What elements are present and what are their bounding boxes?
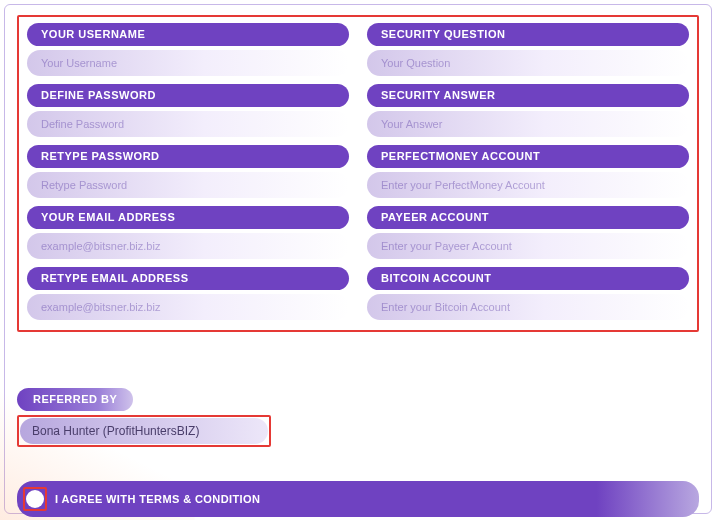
agree-label: I AGREE WITH TERMS & CONDITION xyxy=(55,493,260,505)
input-username[interactable] xyxy=(27,50,349,76)
left-column: YOUR USERNAME DEFINE PASSWORD RETYPE PAS… xyxy=(27,23,349,320)
field-retype-email: RETYPE EMAIL ADDRESS xyxy=(27,267,349,320)
input-perfectmoney[interactable] xyxy=(367,172,689,198)
label-retype-email: RETYPE EMAIL ADDRESS xyxy=(27,267,349,290)
label-security-question: SECURITY QUESTION xyxy=(367,23,689,46)
input-security-question[interactable] xyxy=(367,50,689,76)
input-retype-email[interactable] xyxy=(27,294,349,320)
input-email[interactable] xyxy=(27,233,349,259)
input-payeer[interactable] xyxy=(367,233,689,259)
fields-highlight-box: YOUR USERNAME DEFINE PASSWORD RETYPE PAS… xyxy=(17,15,699,332)
field-bitcoin: BITCOIN ACCOUNT xyxy=(367,267,689,320)
field-email: YOUR EMAIL ADDRESS xyxy=(27,206,349,259)
input-security-answer[interactable] xyxy=(367,111,689,137)
agree-highlight-box xyxy=(23,487,47,511)
agree-bar: I AGREE WITH TERMS & CONDITION xyxy=(17,481,699,517)
field-security-answer: SECURITY ANSWER xyxy=(367,84,689,137)
label-security-answer: SECURITY ANSWER xyxy=(367,84,689,107)
agree-radio[interactable] xyxy=(26,490,44,508)
input-bitcoin[interactable] xyxy=(367,294,689,320)
field-define-password: DEFINE PASSWORD xyxy=(27,84,349,137)
input-retype-password[interactable] xyxy=(27,172,349,198)
label-define-password: DEFINE PASSWORD xyxy=(27,84,349,107)
label-bitcoin: BITCOIN ACCOUNT xyxy=(367,267,689,290)
label-email: YOUR EMAIL ADDRESS xyxy=(27,206,349,229)
right-column: SECURITY QUESTION SECURITY ANSWER PERFEC… xyxy=(367,23,689,320)
referred-by-section: REFERRED BY xyxy=(17,388,699,447)
field-username: YOUR USERNAME xyxy=(27,23,349,76)
label-retype-password: RETYPE PASSWORD xyxy=(27,145,349,168)
field-payeer: PAYEER ACCOUNT xyxy=(367,206,689,259)
label-username: YOUR USERNAME xyxy=(27,23,349,46)
input-referred-by[interactable] xyxy=(20,418,268,444)
field-grid: YOUR USERNAME DEFINE PASSWORD RETYPE PAS… xyxy=(27,23,689,320)
label-perfectmoney: PERFECTMONEY ACCOUNT xyxy=(367,145,689,168)
label-payeer: PAYEER ACCOUNT xyxy=(367,206,689,229)
input-define-password[interactable] xyxy=(27,111,349,137)
field-security-question: SECURITY QUESTION xyxy=(367,23,689,76)
label-referred-by: REFERRED BY xyxy=(17,388,133,411)
field-perfectmoney: PERFECTMONEY ACCOUNT xyxy=(367,145,689,198)
field-retype-password: RETYPE PASSWORD xyxy=(27,145,349,198)
referred-highlight-box xyxy=(17,415,271,447)
